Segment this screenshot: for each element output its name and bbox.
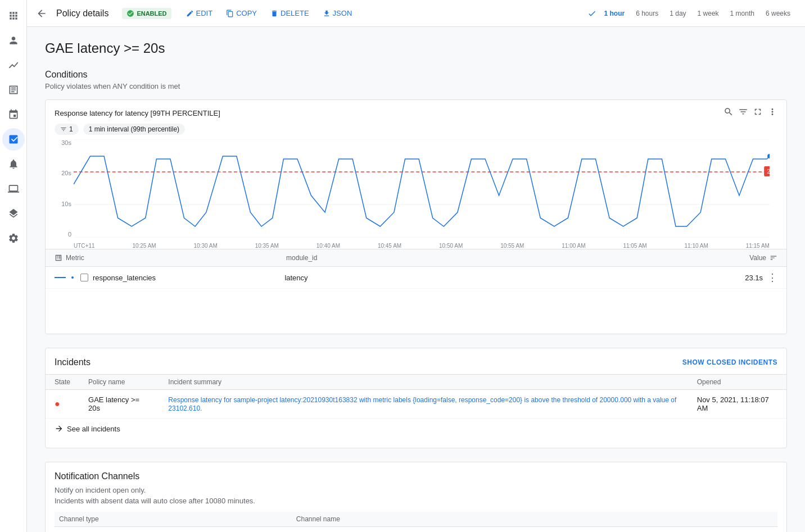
col-opened: Opened bbox=[688, 375, 786, 390]
json-button[interactable]: JSON bbox=[317, 6, 358, 20]
chart-filter-row: 1 1 min interval (99th percentile) bbox=[46, 119, 786, 139]
incident-summary-link[interactable]: Response latency for sample-project late… bbox=[168, 396, 676, 412]
chart-svg: 20s bbox=[74, 139, 770, 238]
filter-icon[interactable] bbox=[738, 107, 748, 119]
notification-section: Notification Channels Notify on incident… bbox=[45, 462, 787, 532]
copy-button[interactable]: COPY bbox=[220, 6, 263, 20]
metric-name: response_latencies bbox=[55, 274, 284, 282]
filter-badge[interactable]: 1 bbox=[55, 124, 79, 135]
conditions-subtitle: Policy violates when ANY condition is me… bbox=[45, 82, 787, 90]
sidebar-icon-branch[interactable] bbox=[2, 103, 25, 126]
back-button[interactable] bbox=[36, 8, 47, 19]
edit-button[interactable]: EDIT bbox=[180, 6, 219, 20]
col-policy: Policy name bbox=[79, 375, 159, 390]
chart-spacer bbox=[46, 289, 786, 334]
sidebar-icon-gear[interactable] bbox=[2, 227, 25, 249]
topbar-actions: EDIT COPY DELETE JSON bbox=[180, 6, 358, 20]
notification-table-header: Channel type Channel name bbox=[55, 512, 777, 527]
sidebar-icon-table[interactable] bbox=[2, 79, 25, 101]
time-1day[interactable]: 1 day bbox=[664, 7, 691, 20]
channel-name: Latency in your GAE App bbox=[292, 527, 777, 533]
time-6hours[interactable]: 6 hours bbox=[630, 7, 664, 20]
incident-policy-name: GAE latency >= 20s bbox=[79, 390, 159, 419]
chart-header: Response latency for latency [99TH PERCE… bbox=[46, 100, 786, 119]
metric-value: 23.1s ⋮ bbox=[745, 272, 777, 283]
main-content: Policy details ENABLED EDIT COPY DELETE … bbox=[27, 0, 805, 532]
metric-checkbox[interactable] bbox=[80, 274, 88, 281]
auto-close-subtitle: Incidents with absent data will auto clo… bbox=[55, 497, 777, 505]
error-icon: ● bbox=[55, 399, 60, 408]
table-row: ● GAE latency >= 20s Response latency fo… bbox=[46, 390, 786, 419]
metric-header-row: Metric module_id Value bbox=[46, 249, 786, 267]
expand-icon[interactable] bbox=[753, 107, 763, 119]
incidents-table-header: State Policy name Incident summary Opene… bbox=[46, 375, 786, 390]
notification-table: Channel type Channel name Email Latency … bbox=[55, 512, 777, 532]
col-channel-type: Channel type bbox=[55, 512, 292, 527]
policy-title: GAE latency >= 20s bbox=[45, 40, 787, 56]
delete-button[interactable]: DELETE bbox=[265, 6, 315, 20]
chart-title: Response latency for latency [99TH PERCE… bbox=[55, 109, 220, 117]
sidebar-icon-monitor[interactable] bbox=[2, 178, 25, 200]
col-summary: Incident summary bbox=[159, 375, 688, 390]
sidebar bbox=[0, 0, 27, 532]
metric-data-row: response_latencies latency 23.1s ⋮ bbox=[46, 267, 786, 289]
sidebar-icon-bell[interactable] bbox=[2, 153, 25, 175]
channel-type: Email bbox=[55, 527, 292, 533]
metric-more-button[interactable]: ⋮ bbox=[767, 272, 777, 283]
notification-row: Email Latency in your GAE App bbox=[55, 527, 777, 533]
metric-table: Metric module_id Value response_latencie… bbox=[46, 249, 786, 289]
incident-state: ● bbox=[46, 390, 79, 419]
incidents-header: Incidents SHOW CLOSED INCIDENTS bbox=[46, 357, 786, 374]
time-1week[interactable]: 1 week bbox=[692, 7, 725, 20]
time-1month[interactable]: 1 month bbox=[725, 7, 760, 20]
interval-badge: 1 min interval (99th percentile) bbox=[83, 124, 185, 135]
see-all-row: See all incidents bbox=[46, 419, 786, 439]
page-title-bar: Policy details bbox=[56, 8, 108, 19]
incident-opened: Nov 5, 2021, 11:18:07 AM bbox=[688, 390, 786, 419]
col-channel-name: Channel name bbox=[292, 512, 777, 527]
time-6weeks[interactable]: 6 weeks bbox=[760, 7, 796, 20]
chart-header-icons bbox=[723, 107, 777, 119]
status-text: ENABLED bbox=[137, 10, 166, 17]
svg-text:20s: 20s bbox=[767, 168, 770, 175]
x-axis: UTC+11 10:25 AM 10:30 AM 10:35 AM 10:40 … bbox=[74, 243, 770, 249]
notification-title: Notification Channels bbox=[55, 471, 777, 481]
col-state: State bbox=[46, 375, 79, 390]
show-closed-button[interactable]: SHOW CLOSED INCIDENTS bbox=[682, 358, 777, 366]
incident-summary: Response latency for sample-project late… bbox=[159, 390, 688, 419]
search-icon[interactable] bbox=[723, 107, 734, 119]
status-badge: ENABLED bbox=[122, 8, 171, 19]
sidebar-icon-account[interactable] bbox=[2, 29, 25, 52]
chart-card: Response latency for latency [99TH PERCE… bbox=[45, 99, 787, 334]
incidents-title: Incidents bbox=[55, 357, 91, 367]
notify-subtitle: Notify on incident open only. bbox=[55, 486, 777, 494]
topbar: Policy details ENABLED EDIT COPY DELETE … bbox=[27, 0, 805, 27]
sidebar-icon-apps[interactable] bbox=[2, 4, 25, 27]
incidents-table: State Policy name Incident summary Opene… bbox=[46, 374, 786, 419]
y-axis: 30s 20s 10s 0 bbox=[55, 139, 71, 238]
time-1hour[interactable]: 1 hour bbox=[599, 7, 631, 20]
more-vert-icon[interactable] bbox=[767, 107, 777, 119]
sidebar-icon-chart[interactable] bbox=[2, 54, 25, 76]
content-area: GAE latency >= 20s Conditions Policy vio… bbox=[27, 27, 805, 532]
sidebar-icon-layers[interactable] bbox=[2, 202, 25, 225]
incidents-section: Incidents SHOW CLOSED INCIDENTS State Po… bbox=[45, 348, 787, 448]
see-all-incidents-link[interactable]: See all incidents bbox=[55, 424, 777, 433]
conditions-title: Conditions bbox=[45, 70, 787, 80]
chart-area: 30s 20s 10s 0 20s bbox=[46, 139, 786, 249]
time-range-selector: 1 hour 6 hours 1 day 1 week 1 month 6 we… bbox=[587, 7, 796, 20]
sidebar-icon-monitoring[interactable] bbox=[2, 128, 25, 151]
